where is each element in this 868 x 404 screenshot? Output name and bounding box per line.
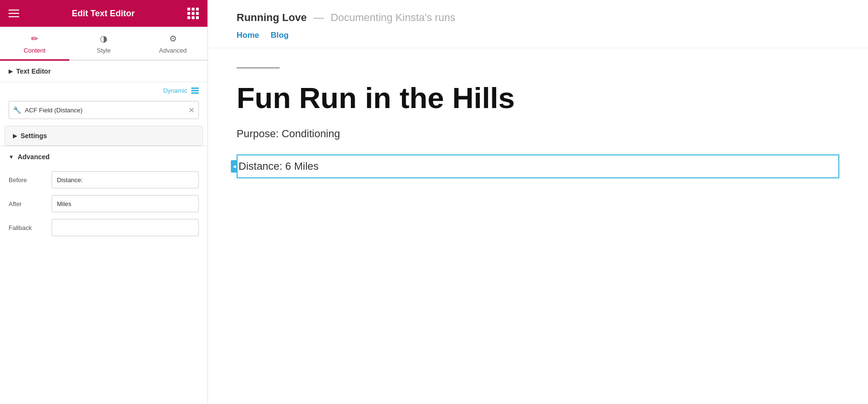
site-nav: Home Blog (237, 31, 839, 40)
advanced-chevron: ▼ (9, 154, 14, 160)
post-title: Fun Run in the Hills (237, 82, 839, 114)
dynamic-icon[interactable] (191, 87, 199, 94)
nav-home[interactable]: Home (237, 31, 259, 40)
site-title-row: Running Love — Documenting Kinsta's runs (237, 11, 839, 24)
post-purpose: Purpose: Conditioning (237, 128, 839, 140)
tab-style-label: Style (97, 47, 111, 54)
divider-line (237, 67, 280, 68)
main-content: Fun Run in the Hills Purpose: Conditioni… (208, 48, 868, 197)
dynamic-label[interactable]: Dynamic (163, 87, 187, 94)
acf-field-input[interactable] (25, 107, 188, 114)
advanced-section: ▼ Advanced Before After Fallback (0, 146, 207, 252)
text-editor-section-header[interactable]: ▶ Text Editor (0, 61, 207, 82)
header-title: Edit Text Editor (72, 9, 135, 19)
tab-style[interactable]: ◑ Style (69, 27, 139, 60)
dynamic-row: Dynamic (0, 82, 207, 98)
menu-icon[interactable] (9, 10, 19, 17)
advanced-fields: Before After Fallback (0, 167, 207, 252)
advanced-label: Advanced (18, 153, 50, 161)
nav-blog[interactable]: Blog (271, 31, 289, 40)
tab-advanced-label: Advanced (159, 47, 187, 54)
settings-dropdown: ▶ Settings (5, 126, 203, 146)
grid-icon[interactable] (187, 8, 199, 19)
fallback-input[interactable] (52, 219, 199, 236)
before-field-item: Before (9, 171, 199, 188)
site-title: Running Love (237, 11, 307, 24)
selected-distance-element[interactable]: Distance: 6 Miles (237, 154, 839, 178)
tabs-bar: ✏ Content ◑ Style ⚙ Advanced (0, 27, 207, 61)
distance-text: Distance: 6 Miles (238, 160, 320, 172)
settings-section-header[interactable]: ▶ Settings (5, 126, 202, 145)
after-label: After (9, 200, 47, 207)
fallback-label: Fallback (9, 224, 47, 231)
settings-chevron: ▶ (13, 133, 17, 139)
tab-advanced[interactable]: ⚙ Advanced (138, 27, 207, 60)
site-dash: — (314, 11, 324, 24)
site-header: Running Love — Documenting Kinsta's runs… (208, 0, 868, 48)
left-panel: Edit Text Editor ✏ Content ◑ Style ⚙ Adv… (0, 0, 208, 404)
tab-content[interactable]: ✏ Content (0, 27, 69, 60)
site-tagline: Documenting Kinsta's runs (331, 11, 456, 24)
section-chevron: ▶ (9, 68, 12, 75)
before-label: Before (9, 176, 47, 184)
section-title: Text Editor (16, 67, 51, 75)
tab-content-label: Content (24, 47, 46, 54)
content-icon: ✏ (31, 33, 38, 44)
clear-icon[interactable]: ✕ (188, 106, 195, 115)
left-handle[interactable] (231, 160, 238, 173)
after-field-item: After (9, 195, 199, 212)
panel-content: ▶ Text Editor Dynamic 🔧 ✕ ▶ Settings (0, 61, 207, 404)
field-input-wrap: 🔧 ✕ (9, 101, 199, 119)
header-bar: Edit Text Editor (0, 0, 207, 27)
right-content: Running Love — Documenting Kinsta's runs… (208, 0, 868, 404)
fallback-field-item: Fallback (9, 219, 199, 236)
field-row: 🔧 ✕ (0, 98, 207, 126)
advanced-section-header[interactable]: ▼ Advanced (0, 146, 207, 167)
style-icon: ◑ (100, 33, 108, 44)
wrench-icon: 🔧 (13, 106, 21, 114)
before-input[interactable] (52, 171, 199, 188)
settings-label: Settings (21, 132, 47, 140)
advanced-icon: ⚙ (169, 33, 177, 44)
after-input[interactable] (52, 195, 199, 212)
